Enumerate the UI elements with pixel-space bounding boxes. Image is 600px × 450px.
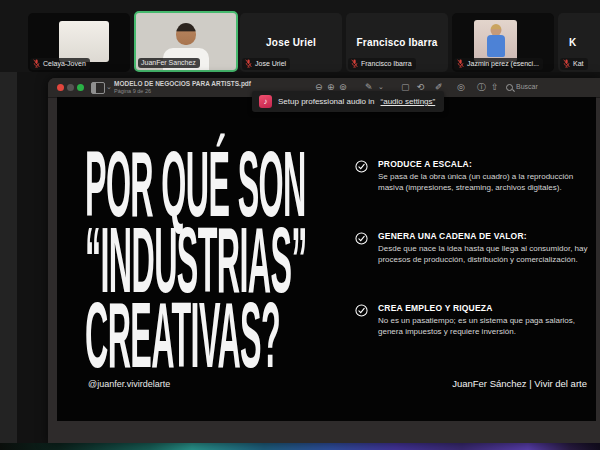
- participant-body: [487, 35, 505, 57]
- audio-settings-link[interactable]: “audio settings”: [381, 97, 436, 106]
- slide-author-credit: JuanFer Sánchez | Vivir del arte: [452, 378, 587, 389]
- pdf-page: POR QUÉ SON “INDUSTRIAS” CREATIVAS? PROD…: [57, 97, 596, 421]
- slide-bullet-item: CREA EMPLEO Y RIQUEZA No es un pasatiemp…: [355, 303, 591, 338]
- participant-display-name: Jose Uriel: [240, 36, 342, 47]
- muted-mic-icon: [563, 59, 570, 68]
- bullet-body: No es un pasatiempo; es un sistema que p…: [378, 316, 591, 338]
- slide-title-line: CREATIVAS?: [85, 297, 307, 373]
- bullet-body: Se pasa de la obra única (un cuadro) a l…: [378, 172, 591, 194]
- participant-name: Jose Uriel: [255, 60, 286, 67]
- page-indicator: Página 9 de 26: [114, 88, 151, 94]
- pdf-preview-window: ⌄ MODELO DE NEGOCIOS PARA ARTISTS.pdf Pá…: [48, 78, 600, 443]
- participant-name: Francisco Ibarra: [361, 60, 412, 67]
- muted-mic-icon: [245, 59, 252, 68]
- slide-bullet-item: GENERA UNA CADENA DE VALOR: Desde que na…: [355, 231, 591, 266]
- search-icon[interactable]: [506, 84, 513, 91]
- desktop-wallpaper: [0, 443, 600, 450]
- participant-name: JuanFer Sanchez: [141, 59, 196, 66]
- search-field[interactable]: Buscar: [516, 83, 538, 90]
- participant-name: Celaya-Joven: [43, 60, 86, 67]
- participant-strip: Celaya-Joven JuanFer Sanchez Jose Uriel …: [0, 0, 600, 72]
- music-app-icon: ♪: [259, 95, 272, 108]
- muted-mic-icon: [457, 59, 464, 68]
- info-icon[interactable]: ⓘ: [477, 81, 486, 93]
- notification-text: Setup professional audio in: [278, 97, 375, 106]
- slide-instagram-handle: @juanfer.vivirdelarte: [88, 379, 170, 389]
- participant-display-name: Francisco Ibarra: [346, 36, 448, 47]
- minimize-window-button[interactable]: [67, 84, 74, 91]
- participant-name-label: Francisco Ibarra: [348, 58, 416, 70]
- participant-tile-active-speaker[interactable]: JuanFer Sanchez: [134, 11, 238, 72]
- muted-mic-icon: [351, 59, 358, 68]
- bullet-heading: GENERA UNA CADENA DE VALOR:: [378, 231, 591, 241]
- participant-name-label: Celaya-Joven: [30, 58, 90, 70]
- bullet-heading: PRODUCE A ESCALA:: [378, 159, 591, 169]
- check-circle-icon: [355, 232, 368, 245]
- slide-bullet-item: PRODUCE A ESCALA: Se pasa de la obra úni…: [355, 159, 591, 194]
- participant-name-label: Kat: [560, 58, 588, 70]
- muted-mic-icon: [33, 59, 40, 68]
- participant-tile[interactable]: K Kat: [558, 13, 600, 72]
- sidebar-chevron-icon[interactable]: ⌄: [106, 83, 112, 91]
- participant-video: [474, 20, 517, 62]
- sidebar-toggle-icon[interactable]: [91, 82, 105, 94]
- participant-tile[interactable]: Francisco Ibarra Francisco Ibarra: [346, 13, 448, 72]
- share-icon[interactable]: ⇧: [491, 81, 499, 93]
- desktop-edge: [0, 72, 17, 450]
- download-icon[interactable]: ◎: [457, 81, 465, 93]
- document-title: MODELO DE NEGOCIOS PARA ARTISTS.pdf: [114, 80, 251, 87]
- participant-name-label: Jose Uriel: [242, 58, 290, 70]
- check-circle-icon: [355, 304, 368, 317]
- maximize-window-button[interactable]: [77, 84, 84, 91]
- participant-face: [176, 23, 196, 45]
- close-window-button[interactable]: [57, 84, 64, 91]
- participant-video: [59, 21, 109, 62]
- bullet-body: Desde que nace la idea hasta que llega a…: [378, 244, 591, 266]
- bullet-heading: CREA EMPLEO Y RIQUEZA: [378, 303, 591, 313]
- participant-tile[interactable]: Celaya-Joven: [28, 13, 130, 72]
- check-circle-icon: [355, 160, 368, 173]
- participant-name-label: Jazmin perez (esenci...: [454, 58, 543, 70]
- participant-display-name: K: [569, 36, 576, 47]
- participant-tile[interactable]: Jose Uriel Jose Uriel: [240, 13, 342, 72]
- participant-name: Kat: [573, 60, 584, 67]
- slide-title: POR QUÉ SON “INDUSTRIAS” CREATIVAS?: [85, 146, 307, 373]
- shared-screen-area: ⌄ MODELO DE NEGOCIOS PARA ARTISTS.pdf Pá…: [0, 72, 600, 450]
- participant-tile[interactable]: Jazmin perez (esenci...: [452, 13, 554, 72]
- participant-name: Jazmin perez (esenci...: [467, 60, 539, 67]
- audio-setup-notification[interactable]: ♪ Setup professional audio in “audio set…: [252, 91, 444, 112]
- participant-name-label: JuanFer Sanchez: [138, 58, 200, 68]
